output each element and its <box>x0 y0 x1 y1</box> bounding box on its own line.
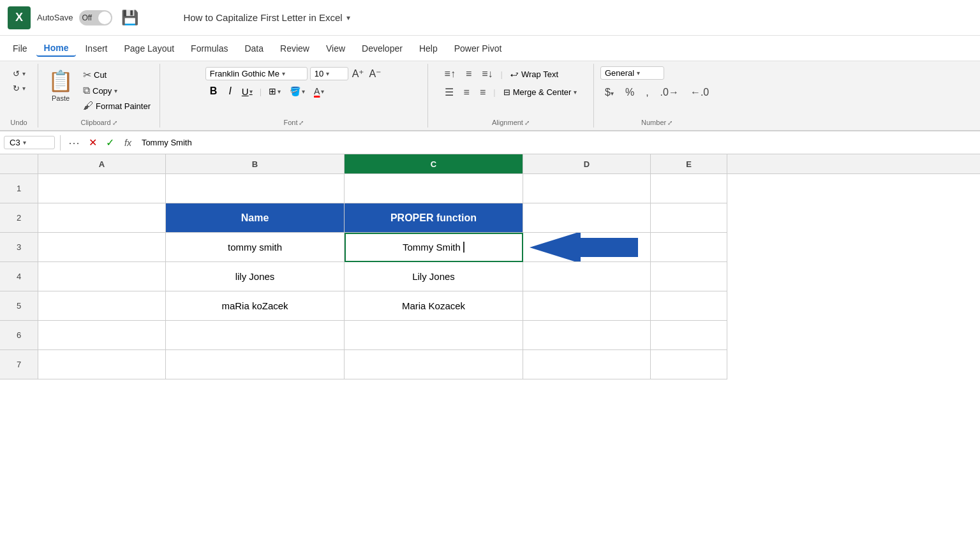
menu-file[interactable]: File <box>5 41 35 56</box>
decrease-decimal-button[interactable]: ←.0 <box>686 85 713 100</box>
menu-developer[interactable]: Developer <box>354 41 410 56</box>
cell-c3[interactable]: Tommy Smith <box>345 233 523 262</box>
cell-a6[interactable] <box>38 321 166 350</box>
underline-button[interactable]: U ▾ <box>239 84 256 99</box>
cell-b5[interactable]: maRia koZacek <box>166 291 345 321</box>
border-button[interactable]: ⊞ ▾ <box>265 84 284 98</box>
cell-c2[interactable]: PROPER function <box>345 203 523 233</box>
toggle-knob <box>98 11 111 24</box>
alignment-expand-icon[interactable]: ⤢ <box>524 119 530 126</box>
align-right-button[interactable]: ≡ <box>476 85 489 100</box>
number-format-selector[interactable]: General ▾ <box>600 66 664 80</box>
font-size-selector[interactable]: 10 ▾ <box>310 67 348 80</box>
cell-b4[interactable]: lily Jones <box>166 262 345 291</box>
comma-button[interactable]: , <box>641 85 653 100</box>
cell-a7[interactable] <box>38 350 166 379</box>
fx-icon[interactable]: fx <box>121 136 135 149</box>
cell-e2[interactable] <box>651 203 727 233</box>
number-group: General ▾ $▾ % , .0→ ←.0 Number ⤢ <box>594 64 720 128</box>
cell-b1[interactable] <box>166 174 345 203</box>
cell-a4[interactable] <box>38 262 166 291</box>
col-header-c[interactable]: C <box>345 154 523 173</box>
fill-color-button[interactable]: 🪣 ▾ <box>286 84 308 98</box>
menu-power-pivot[interactable]: Power Pivot <box>447 41 510 56</box>
italic-button[interactable]: I <box>224 84 235 99</box>
cell-d7[interactable] <box>523 350 651 379</box>
paste-icon: 📋 <box>48 69 73 93</box>
align-top-button[interactable]: ≡↑ <box>441 66 459 82</box>
cell-b2[interactable]: Name <box>166 203 345 233</box>
title-chevron-icon[interactable]: ▾ <box>346 13 350 22</box>
clipboard-expand-icon[interactable]: ⤢ <box>112 119 117 126</box>
cell-e1[interactable] <box>651 174 727 203</box>
cell-c7[interactable] <box>345 350 523 379</box>
paste-button[interactable]: 📋 Paste <box>45 66 77 105</box>
redo-button[interactable]: ↻ ▾ <box>9 81 29 96</box>
cell-a3[interactable] <box>38 233 166 262</box>
copy-button[interactable]: ⧉ Copy ▾ <box>80 84 153 98</box>
align-middle-button[interactable]: ≡ <box>462 66 475 82</box>
cell-c5[interactable]: Maria Kozacek <box>345 291 523 321</box>
currency-button[interactable]: $▾ <box>600 85 618 100</box>
bold-button[interactable]: B <box>205 84 222 99</box>
cell-reference-box[interactable]: C3 ▾ <box>4 136 55 149</box>
cut-icon: ✂ <box>83 69 91 81</box>
underline-chevron-icon: ▾ <box>249 88 253 95</box>
align-left-button[interactable]: ☰ <box>441 84 457 100</box>
menu-insert[interactable]: Insert <box>77 41 115 56</box>
cell-d4[interactable] <box>523 262 651 291</box>
cell-d6[interactable] <box>523 321 651 350</box>
number-expand-icon[interactable]: ⤢ <box>667 119 672 126</box>
merge-center-button[interactable]: ⊟ Merge & Center ▾ <box>500 85 581 99</box>
formula-dots-button[interactable]: ⋯ <box>66 136 82 150</box>
cell-e3[interactable] <box>651 233 727 262</box>
cell-b3[interactable]: tommy smith <box>166 233 345 262</box>
increase-decimal-button[interactable]: .0→ <box>656 85 683 100</box>
undo-button[interactable]: ↺ ▾ <box>9 66 29 81</box>
confirm-button[interactable]: ✓ <box>103 135 117 150</box>
cell-b7[interactable] <box>166 350 345 379</box>
cell-a2[interactable] <box>38 203 166 233</box>
cell-a5[interactable] <box>38 291 166 321</box>
cell-c6[interactable] <box>345 321 523 350</box>
col-header-d[interactable]: D <box>523 154 651 173</box>
col-header-b[interactable]: B <box>166 154 345 173</box>
align-bottom-button[interactable]: ≡↓ <box>478 66 496 82</box>
font-grow-button[interactable]: A⁺ <box>351 66 366 81</box>
cell-e5[interactable] <box>651 291 727 321</box>
font-name-selector[interactable]: Franklin Gothic Me ▾ <box>205 67 308 80</box>
cell-d3[interactable] <box>523 233 651 262</box>
cell-c1[interactable] <box>345 174 523 203</box>
menu-help[interactable]: Help <box>412 41 445 56</box>
formula-input[interactable] <box>138 136 976 149</box>
col-header-a[interactable]: A <box>38 154 166 173</box>
cell-d2[interactable] <box>523 203 651 233</box>
percent-button[interactable]: % <box>621 85 639 100</box>
autosave-toggle[interactable]: Off <box>79 10 112 26</box>
cell-d5[interactable] <box>523 291 651 321</box>
menu-data[interactable]: Data <box>237 41 271 56</box>
cell-a1[interactable] <box>38 174 166 203</box>
font-shrink-button[interactable]: A⁻ <box>368 66 382 81</box>
menu-home[interactable]: Home <box>36 40 77 57</box>
save-button[interactable]: 💾 <box>121 10 138 26</box>
menu-page-layout[interactable]: Page Layout <box>116 41 182 56</box>
font-color-button[interactable]: A ▾ <box>311 84 327 98</box>
col-header-e[interactable]: E <box>651 154 727 173</box>
cell-c3-value: Tommy Smith <box>403 242 461 253</box>
cut-button[interactable]: ✂ Cut <box>80 68 153 82</box>
wrap-text-button[interactable]: ⮐ Wrap Text <box>507 68 562 81</box>
menu-view[interactable]: View <box>318 41 353 56</box>
font-expand-icon[interactable]: ⤢ <box>299 119 304 126</box>
cell-e4[interactable] <box>651 262 727 291</box>
cell-b6[interactable] <box>166 321 345 350</box>
format-painter-button[interactable]: 🖌 Format Painter <box>80 99 153 113</box>
cell-c4[interactable]: Lily Jones <box>345 262 523 291</box>
menu-review[interactable]: Review <box>272 41 317 56</box>
cell-e6[interactable] <box>651 321 727 350</box>
cancel-button[interactable]: ✕ <box>86 135 100 150</box>
align-center-button[interactable]: ≡ <box>460 85 473 100</box>
cell-e7[interactable] <box>651 350 727 379</box>
cell-d1[interactable] <box>523 174 651 203</box>
menu-formulas[interactable]: Formulas <box>183 41 235 56</box>
